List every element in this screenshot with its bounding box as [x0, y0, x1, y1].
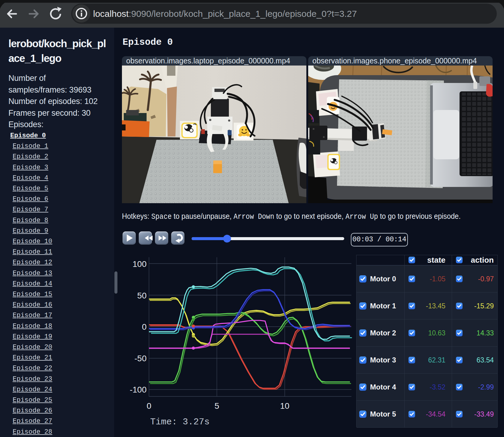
svg-text:10: 10: [280, 401, 289, 411]
svg-text:Time: 3.27s: Time: 3.27s: [150, 417, 210, 427]
svg-text:100: 100: [132, 259, 147, 269]
svg-text:0: 0: [142, 322, 147, 332]
svg-text:0: 0: [147, 401, 151, 411]
svg-text:-100: -100: [130, 385, 147, 394]
svg-text:-50: -50: [135, 354, 147, 363]
svg-text:50: 50: [137, 291, 147, 300]
svg-text:5: 5: [214, 401, 219, 411]
